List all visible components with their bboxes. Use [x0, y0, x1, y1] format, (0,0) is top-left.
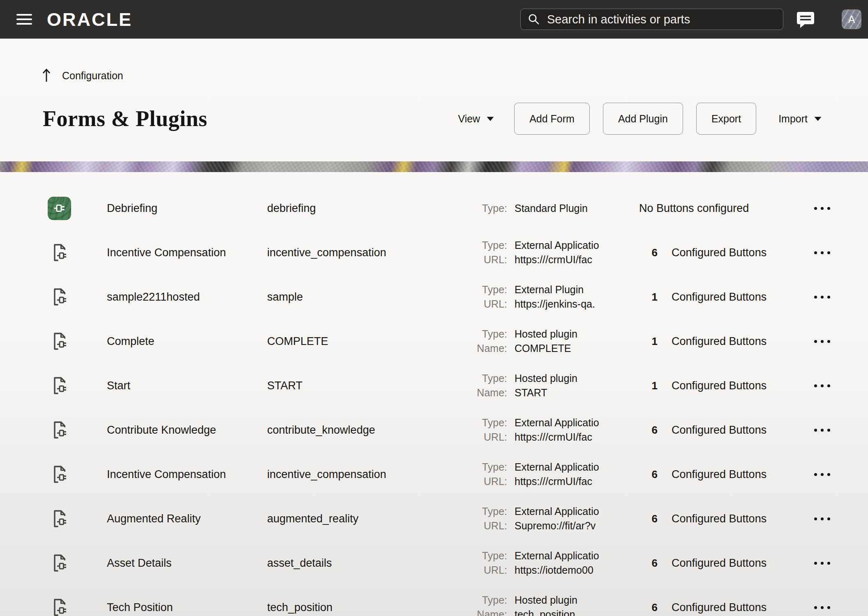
- export-button[interactable]: Export: [696, 103, 756, 135]
- row-meta: Type:External ApplicatioURL:https:///crm…: [440, 230, 592, 275]
- row-name: sample2211hosted: [107, 291, 267, 303]
- meta-label: Type:: [440, 416, 507, 430]
- row-icon-cell: [44, 598, 107, 616]
- ellipsis-icon[interactable]: [797, 296, 847, 299]
- breadcrumb[interactable]: Configuration: [42, 67, 123, 84]
- view-menu-button[interactable]: View: [458, 113, 494, 125]
- row-buttons-cell: 6 Configured Buttons: [592, 424, 797, 437]
- meta-value: Hosted plugin: [515, 593, 592, 607]
- document-plug-icon: [51, 598, 107, 616]
- plug-tile-icon: [48, 197, 71, 220]
- ellipsis-icon[interactable]: [797, 606, 847, 609]
- row-icon-cell: [44, 287, 107, 307]
- ellipsis-icon[interactable]: [797, 384, 847, 387]
- meta-value: https://jenkins-qa.: [515, 297, 595, 311]
- configured-buttons-label: Configured Buttons: [672, 335, 766, 348]
- meta-label: Type:: [440, 201, 507, 216]
- configured-buttons-count: 6: [592, 424, 658, 437]
- row-buttons-cell: 1 Configured Buttons: [592, 291, 797, 303]
- configured-buttons-count: 6: [592, 513, 658, 525]
- row-buttons-cell: No Buttons configured: [592, 202, 797, 215]
- ellipsis-icon[interactable]: [797, 251, 847, 254]
- meta-value: Supremo://fit/ar?v: [515, 519, 599, 533]
- meta-value: Hosted plugin: [515, 371, 592, 386]
- meta-label: URL:: [440, 474, 507, 489]
- meta-label: Name:: [440, 607, 507, 616]
- meta-label: Name:: [440, 386, 507, 400]
- row-buttons-cell: 1 Configured Buttons: [592, 379, 797, 392]
- row-icon-cell: [44, 554, 107, 573]
- document-plug-icon: [51, 421, 107, 440]
- caret-down-icon: [486, 116, 494, 122]
- toolbar: View Add Form Add Plugin Export Import: [458, 103, 822, 135]
- row-icon-cell: [44, 509, 107, 529]
- meta-value: tech_position: [515, 607, 592, 616]
- ellipsis-icon[interactable]: [797, 473, 847, 476]
- document-plug-icon: [51, 376, 107, 395]
- row-buttons-cell: 6 Configured Buttons: [592, 601, 797, 614]
- row-buttons-cell: 6 Configured Buttons: [592, 557, 797, 570]
- row-name: Complete: [107, 335, 267, 348]
- row-code: contribute_knowledge: [267, 424, 440, 437]
- table-row: Complete COMPLETE Type:Hosted pluginName…: [0, 319, 868, 363]
- ellipsis-icon[interactable]: [797, 517, 847, 520]
- meta-label: URL:: [440, 430, 507, 444]
- row-meta: Type:Standard Plugin: [440, 186, 592, 230]
- configured-buttons-count: 1: [592, 335, 658, 348]
- row-code: incentive_compensation: [267, 246, 440, 259]
- avatar-initial: A: [848, 14, 855, 25]
- configured-buttons-label: Configured Buttons: [672, 246, 766, 259]
- meta-value: External Applicatio: [515, 238, 599, 253]
- row-code: START: [267, 379, 440, 392]
- row-code: augmented_reality: [267, 513, 440, 525]
- row-meta: Type:External ApplicatioURL:https:///crm…: [440, 408, 592, 452]
- forms-plugins-list: Debriefing debriefing Type:Standard Plug…: [0, 186, 868, 616]
- meta-value: https://iotdemo00: [515, 563, 599, 577]
- row-icon-cell: [44, 243, 107, 262]
- row-name: Asset Details: [107, 557, 267, 570]
- configured-buttons-count: 1: [592, 379, 658, 392]
- row-code: sample: [267, 291, 440, 303]
- meta-label: URL:: [440, 297, 507, 311]
- search-box[interactable]: [520, 9, 783, 30]
- meta-value: External Applicatio: [515, 504, 599, 519]
- document-plug-icon: [51, 509, 107, 529]
- meta-label: Type:: [440, 327, 507, 341]
- document-plug-icon: [51, 243, 107, 262]
- row-meta: Type:External ApplicatioURL:Supremo://fi…: [440, 496, 592, 541]
- meta-value: External Applicatio: [515, 416, 599, 430]
- meta-value: COMPLETE: [515, 341, 592, 356]
- configured-buttons-count: 6: [592, 246, 658, 259]
- row-name: Incentive Compensation: [107, 246, 267, 259]
- row-buttons-cell: 6 Configured Buttons: [592, 468, 797, 481]
- view-menu-label: View: [458, 113, 480, 125]
- hamburger-icon[interactable]: [16, 14, 32, 25]
- chat-bubble-icon[interactable]: [796, 10, 815, 29]
- table-row: Asset Details asset_details Type:Externa…: [0, 541, 868, 585]
- search-input[interactable]: [547, 13, 776, 26]
- meta-label: Type:: [440, 504, 507, 519]
- row-code: incentive_compensation: [267, 468, 440, 481]
- table-row: Start START Type:Hosted pluginName:START…: [0, 363, 868, 408]
- import-menu-label: Import: [778, 113, 808, 125]
- add-form-button[interactable]: Add Form: [514, 103, 590, 135]
- import-menu-button[interactable]: Import: [778, 113, 822, 125]
- ellipsis-icon[interactable]: [797, 562, 847, 565]
- meta-value: External Plugin: [515, 283, 595, 297]
- ellipsis-icon[interactable]: [797, 429, 847, 432]
- row-meta: Type:External ApplicatioURL:https://iotd…: [440, 541, 592, 585]
- table-row: Contribute Knowledge contribute_knowledg…: [0, 408, 868, 452]
- row-meta: Type:External ApplicatioURL:https:///crm…: [440, 452, 592, 496]
- ellipsis-icon[interactable]: [797, 340, 847, 343]
- user-avatar[interactable]: A: [842, 9, 861, 29]
- configured-buttons-count: 6: [592, 557, 658, 570]
- meta-value: External Applicatio: [515, 549, 599, 563]
- ellipsis-icon[interactable]: [797, 207, 847, 210]
- top-bar: ORACLE A: [0, 0, 868, 39]
- meta-label: Type:: [440, 371, 507, 386]
- row-code: asset_details: [267, 557, 440, 570]
- table-row: Tech Position tech_position Type:Hosted …: [0, 585, 868, 616]
- row-name: Debriefing: [107, 202, 267, 215]
- add-plugin-button[interactable]: Add Plugin: [603, 103, 683, 135]
- meta-value: Standard Plugin: [515, 201, 592, 216]
